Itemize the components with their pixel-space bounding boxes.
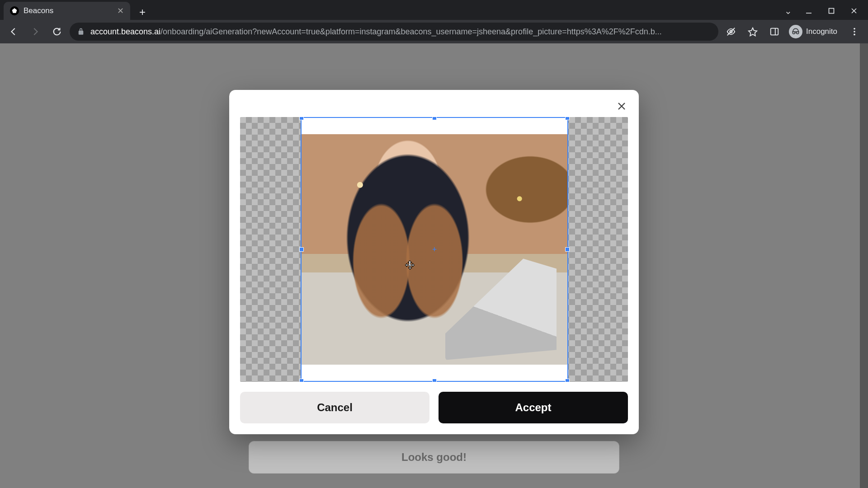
address-bar[interactable]: account.beacons.ai/onboarding/aiGenerati…: [70, 23, 718, 41]
svg-point-9: [854, 28, 855, 30]
crop-handle-w[interactable]: [299, 247, 304, 252]
window-controls: ⌄: [780, 3, 864, 19]
svg-point-10: [854, 31, 855, 33]
lock-icon: [77, 28, 85, 36]
cancel-button[interactable]: Cancel: [240, 392, 429, 423]
crop-handle-sw[interactable]: [299, 379, 304, 382]
modal-backdrop: + Cancel Accept: [0, 43, 868, 488]
incognito-label: Incognito: [806, 27, 837, 36]
crop-canvas[interactable]: +: [240, 117, 628, 382]
svg-point-11: [854, 34, 855, 36]
browser-chrome: Beacons ✕ + ⌄ account.beacons.ai/onboard…: [0, 0, 868, 43]
crop-handle-nw[interactable]: [299, 117, 304, 120]
url-text: account.beacons.ai/onboarding/aiGenerati…: [90, 27, 711, 37]
window-close-button[interactable]: [844, 4, 864, 18]
incognito-icon: [789, 25, 802, 38]
crop-handle-ne[interactable]: [565, 117, 570, 120]
window-minimize-button[interactable]: [798, 4, 819, 18]
crop-handle-se[interactable]: [565, 379, 570, 382]
crop-handle-n[interactable]: [432, 117, 437, 120]
eye-off-icon[interactable]: [722, 23, 740, 41]
cancel-label: Cancel: [317, 401, 353, 414]
tab-close-icon[interactable]: ✕: [117, 6, 124, 16]
page-viewport: Looks good! +: [0, 43, 868, 488]
svg-rect-7: [771, 28, 778, 35]
bookmark-star-icon[interactable]: [744, 23, 762, 41]
crop-handle-e[interactable]: [565, 247, 570, 252]
nav-forward-button[interactable]: [26, 23, 44, 41]
favicon-icon: [10, 6, 19, 15]
image-crop-modal: + Cancel Accept: [229, 90, 639, 434]
side-panel-icon[interactable]: [765, 23, 783, 41]
tab-strip: Beacons ✕ +: [0, 0, 868, 20]
incognito-indicator[interactable]: Incognito: [787, 23, 842, 40]
browser-menu-icon[interactable]: [845, 23, 863, 41]
browser-tab[interactable]: Beacons ✕: [4, 2, 130, 20]
crop-handle-s[interactable]: [432, 379, 437, 382]
accept-label: Accept: [515, 401, 551, 414]
nav-reload-button[interactable]: [48, 23, 66, 41]
tab-title: Beacons: [24, 6, 113, 15]
accept-button[interactable]: Accept: [439, 392, 628, 423]
window-maximize-button[interactable]: [821, 4, 842, 18]
browser-toolbar: account.beacons.ai/onboarding/aiGenerati…: [0, 20, 868, 43]
tab-search-chevron-icon[interactable]: ⌄: [780, 3, 797, 19]
svg-marker-6: [749, 28, 757, 36]
modal-close-button[interactable]: [613, 98, 630, 114]
nav-back-button[interactable]: [5, 23, 23, 41]
modal-button-row: Cancel Accept: [240, 392, 628, 423]
crop-selection[interactable]: +: [301, 117, 568, 382]
crop-image: [302, 134, 567, 365]
profile-photo-placeholder: [302, 134, 567, 365]
new-tab-button[interactable]: +: [135, 5, 150, 20]
svg-rect-1: [829, 9, 834, 14]
